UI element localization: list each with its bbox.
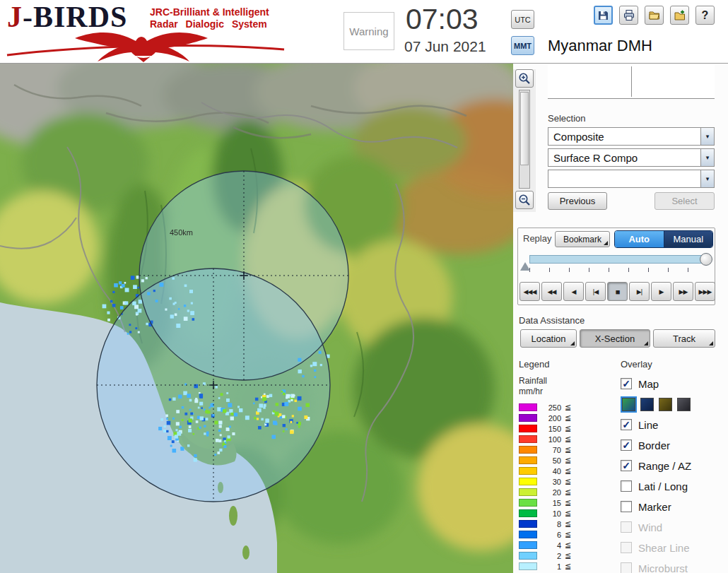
overlay-item-label: Shear Line bbox=[638, 542, 690, 554]
chevron-down-icon[interactable]: ▾ bbox=[700, 149, 714, 166]
map-style-dark-gray[interactable] bbox=[677, 398, 691, 411]
utc-button[interactable]: UTC bbox=[511, 10, 534, 29]
legend-lte-symbol: ≦ bbox=[565, 509, 571, 518]
manual-button[interactable]: Manual bbox=[664, 231, 713, 247]
checkbox[interactable] bbox=[621, 501, 632, 512]
save-button[interactable] bbox=[594, 6, 613, 25]
legend-color-swatch bbox=[519, 562, 537, 570]
legend-units: Rainfall mm/hr bbox=[519, 376, 618, 397]
legend-lte-symbol: ≦ bbox=[565, 403, 571, 412]
playback-stop-button[interactable]: ■ bbox=[607, 282, 628, 301]
extra-dropdown[interactable]: ▾ bbox=[548, 170, 715, 188]
overlay-item-wind: Wind bbox=[621, 520, 728, 534]
legend-lte-symbol: ≦ bbox=[565, 413, 571, 423]
playback-jump-start-button[interactable]: ◀◀◀ bbox=[519, 282, 540, 301]
timeline-start-marker bbox=[520, 262, 530, 271]
legend-lte-symbol: ≦ bbox=[565, 477, 571, 486]
auto-button[interactable]: Auto bbox=[615, 231, 664, 247]
radar-map[interactable]: 450km bbox=[0, 64, 513, 573]
select-button[interactable]: Select bbox=[654, 192, 715, 210]
map-style-terrain[interactable] bbox=[622, 398, 635, 411]
playback-jump-end-button[interactable]: ▶▶▶ bbox=[695, 282, 715, 301]
legend-unit-line2: mm/hr bbox=[519, 386, 618, 397]
overlay-item-label: Border bbox=[638, 439, 670, 451]
radar-map-canvas: 450km bbox=[0, 64, 513, 573]
overlay-item-label: Lati / Long bbox=[638, 480, 688, 492]
legend-color-swatch bbox=[519, 446, 537, 454]
timeline-slider[interactable] bbox=[529, 255, 708, 264]
legend-color-swatch bbox=[519, 488, 537, 496]
legend-entry: 200≦ bbox=[519, 413, 618, 423]
import-button[interactable] bbox=[670, 6, 689, 25]
legend-entry: 15≦ bbox=[519, 497, 618, 508]
legend-value: 4 bbox=[540, 541, 561, 550]
overlay-item-label: Microburst bbox=[638, 562, 688, 573]
timezone-toggle: UTC MMT bbox=[511, 10, 534, 55]
header: J-BIRDS JRC-Brilliant & Intelligent Rada… bbox=[0, 0, 728, 64]
eagle-logo-icon bbox=[4, 28, 287, 62]
print-button[interactable] bbox=[619, 6, 638, 25]
map-style-olive[interactable] bbox=[659, 398, 672, 411]
location-button[interactable]: Location bbox=[520, 329, 577, 348]
legend-value: 150 bbox=[540, 425, 561, 433]
overlay-item-lati-long[interactable]: Lati / Long bbox=[621, 479, 728, 493]
checkbox[interactable]: ✓ bbox=[621, 419, 632, 430]
legend-value: 40 bbox=[540, 467, 561, 475]
data-assistance-section-label: Data Assistance bbox=[519, 315, 585, 326]
playback-play-reverse-button[interactable]: ◀ bbox=[563, 282, 584, 301]
overlay-item-line[interactable]: ✓Line bbox=[621, 418, 728, 432]
legend-color-swatch bbox=[519, 509, 537, 517]
help-button[interactable]: ? bbox=[695, 6, 715, 25]
zoom-in-icon bbox=[518, 72, 531, 85]
playback-fast-rewind-button[interactable]: ◀◀ bbox=[541, 282, 562, 301]
legend-value: 50 bbox=[540, 456, 561, 465]
zoom-slider-thumb[interactable] bbox=[520, 92, 529, 165]
checkbox[interactable]: ✓ bbox=[621, 439, 632, 451]
legend-entry: 1≦ bbox=[519, 561, 618, 572]
overlay-items: ✓Map✓Line✓Border✓Range / AZLati / LongMa… bbox=[621, 377, 728, 573]
open-folder-button[interactable] bbox=[645, 6, 664, 25]
chevron-down-icon[interactable]: ▾ bbox=[700, 128, 714, 145]
zoom-in-button[interactable] bbox=[515, 69, 534, 88]
timeline-slider-thumb[interactable] bbox=[700, 253, 712, 266]
legend-entry: 20≦ bbox=[519, 487, 618, 497]
overlay-item-marker[interactable]: Marker bbox=[621, 500, 728, 514]
legend-value: 10 bbox=[540, 509, 561, 518]
zoom-slider[interactable] bbox=[519, 90, 530, 189]
playback-fast-forward-button[interactable]: ▶▶ bbox=[673, 282, 693, 301]
previous-button[interactable]: Previous bbox=[548, 192, 607, 210]
chevron-down-icon[interactable]: ▾ bbox=[700, 170, 714, 187]
overlay-item-label: Line bbox=[638, 419, 658, 431]
playback-step-forward-button[interactable]: ▶| bbox=[629, 282, 650, 301]
bookmark-button[interactable]: Bookmark bbox=[555, 231, 610, 247]
composite-dropdown-value: Composite bbox=[548, 128, 700, 145]
playback-play-button[interactable]: ▶ bbox=[651, 282, 671, 301]
checkbox[interactable]: ✓ bbox=[621, 378, 632, 389]
overlay-section-label: Overlay bbox=[621, 359, 728, 370]
legend-lte-symbol: ≦ bbox=[565, 519, 571, 528]
track-button[interactable]: Track bbox=[653, 329, 715, 348]
legend-lte-symbol: ≦ bbox=[565, 435, 571, 444]
playback-step-back-button[interactable]: |◀ bbox=[585, 282, 606, 301]
overlay-item-border[interactable]: ✓Border bbox=[621, 438, 728, 452]
app-subtitle-line1: JRC-Brilliant & Intelligent bbox=[150, 6, 269, 18]
checkbox[interactable] bbox=[621, 480, 632, 492]
composite-dropdown[interactable]: Composite ▾ bbox=[548, 127, 715, 146]
zoom-out-button[interactable] bbox=[515, 191, 534, 209]
legend-entry: 50≦ bbox=[519, 455, 618, 466]
overlay-item-range-az[interactable]: ✓Range / AZ bbox=[621, 459, 728, 473]
mmt-button[interactable]: MMT bbox=[511, 36, 534, 55]
legend-color-swatch bbox=[519, 552, 537, 560]
legend-lte-symbol: ≦ bbox=[565, 424, 571, 433]
product-dropdown[interactable]: Surface R Compo ▾ bbox=[548, 148, 715, 167]
legend-color-swatch bbox=[519, 520, 537, 528]
legend-color-swatch bbox=[519, 403, 537, 411]
legend-lte-symbol: ≦ bbox=[565, 466, 571, 475]
overlay-item-map[interactable]: ✓Map bbox=[621, 377, 728, 391]
legend-lte-symbol: ≦ bbox=[565, 498, 571, 507]
map-style-dark-blue[interactable] bbox=[640, 398, 654, 411]
x-section-button[interactable]: X-Section bbox=[580, 329, 650, 348]
toolbar: ? bbox=[594, 6, 715, 25]
checkbox bbox=[621, 521, 632, 533]
checkbox[interactable]: ✓ bbox=[621, 460, 632, 471]
